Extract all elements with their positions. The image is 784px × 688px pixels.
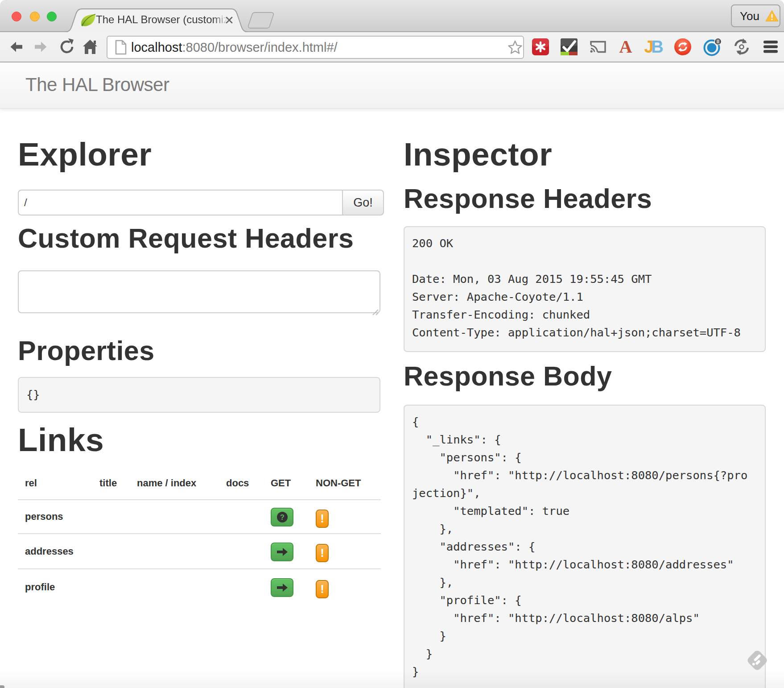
window-close-button[interactable] — [12, 12, 21, 21]
get-button-addresses[interactable] — [271, 543, 293, 561]
response-headers-heading: Response Headers — [404, 185, 652, 212]
browser-toolbar: localhost:8080/browser/index.html#/ A J … — [0, 32, 784, 62]
col-docs: docs — [219, 467, 264, 500]
nonget-button-addresses[interactable]: ! — [316, 544, 329, 562]
new-tab-button[interactable] — [247, 12, 275, 29]
explorer-address-input[interactable] — [18, 190, 343, 216]
blue-donut-extension-icon[interactable] — [703, 37, 722, 56]
properties-heading: Properties — [18, 337, 155, 365]
properties-value: {} — [18, 377, 380, 413]
links-table-header-row: rel title name / index docs GET NON-GET — [18, 467, 381, 500]
response-body-value: { "_links": { "persons": { "href": "http… — [404, 405, 766, 688]
svg-text:?: ? — [280, 514, 285, 521]
menu-icon[interactable] — [761, 37, 780, 56]
url-text[interactable]: localhost:8080/browser/index.html#/ — [131, 41, 338, 54]
lastpass-extension-icon[interactable] — [531, 37, 550, 56]
spring-leaf-favicon — [81, 14, 96, 27]
get-button-persons[interactable]: ? — [271, 508, 293, 526]
profile-button[interactable]: You — [731, 4, 780, 27]
tab-strip: The HAL Browser (customiz You — [0, 0, 784, 32]
window-minimize-button[interactable] — [30, 12, 40, 21]
response-headers-value: 200 OK Date: Mon, 03 Aug 2015 19:55:45 G… — [404, 226, 766, 352]
custom-request-headers-heading: Custom Request Headers — [18, 225, 354, 252]
response-body-heading: Response Body — [404, 363, 612, 390]
tab[interactable]: The HAL Browser (customiz — [79, 11, 235, 29]
links-heading: Links — [18, 423, 104, 456]
letter-a-extension-icon[interactable]: A — [616, 37, 635, 56]
col-rel: rel — [18, 467, 92, 500]
col-non-get: NON-GET — [309, 467, 381, 500]
textarea-resize-grip[interactable] — [371, 308, 379, 316]
bookmark-star-icon[interactable] — [507, 39, 524, 56]
back-icon[interactable] — [8, 32, 25, 62]
feedly-mini-icon[interactable] — [746, 649, 767, 671]
url-host: localhost — [131, 40, 182, 54]
arrow-right-icon — [276, 583, 289, 593]
jb-extension-icon[interactable]: J B — [644, 37, 663, 56]
checkmark-extension-icon[interactable] — [560, 37, 578, 56]
warning-icon — [765, 10, 779, 22]
tab-close-icon[interactable] — [225, 16, 233, 24]
col-get: GET — [264, 467, 309, 500]
col-title: title — [92, 467, 130, 500]
question-sign-icon: ? — [276, 511, 288, 523]
link-row-persons: persons ? ! — [18, 500, 381, 534]
home-icon[interactable] — [82, 32, 99, 62]
address-bar[interactable]: localhost:8080/browser/index.html#/ — [107, 36, 524, 59]
nonget-button-persons[interactable]: ! — [316, 510, 329, 528]
url-path: :8080/browser/index.html#/ — [182, 40, 337, 54]
rel-label: persons — [18, 500, 92, 534]
rel-label: profile — [18, 569, 92, 605]
nonget-button-profile[interactable]: ! — [316, 580, 329, 598]
chromecast-extension-icon[interactable] — [589, 37, 607, 56]
inspector-heading: Inspector — [404, 138, 552, 170]
link-row-profile: profile ! — [18, 569, 381, 605]
col-name-index: name / index — [130, 467, 219, 500]
arrow-right-icon — [276, 547, 289, 557]
custom-request-headers-input[interactable] — [18, 270, 380, 313]
explorer-heading: Explorer — [18, 138, 152, 170]
red-sync-extension-icon[interactable] — [673, 37, 692, 56]
link-row-addresses: addresses ! — [18, 534, 381, 569]
window-zoom-button[interactable] — [47, 12, 57, 21]
tab-title: The HAL Browser (customiz — [96, 12, 231, 27]
page-icon[interactable] — [115, 40, 127, 55]
go-button[interactable]: Go! — [342, 190, 384, 216]
status-bubble-stub — [0, 685, 4, 688]
profile-name: You — [740, 9, 759, 23]
svg-text:A: A — [619, 37, 632, 56]
reload-icon[interactable] — [58, 32, 75, 62]
rel-label: addresses — [18, 534, 92, 569]
get-button-profile[interactable] — [271, 578, 293, 597]
gray-sync-extension-icon[interactable] — [732, 37, 751, 56]
svg-text:B: B — [651, 37, 663, 56]
page-content: Explorer Go! Custom Request Headers Prop… — [0, 63, 784, 688]
forward-icon[interactable] — [32, 32, 49, 62]
links-table: rel title name / index docs GET NON-GET … — [18, 467, 381, 605]
